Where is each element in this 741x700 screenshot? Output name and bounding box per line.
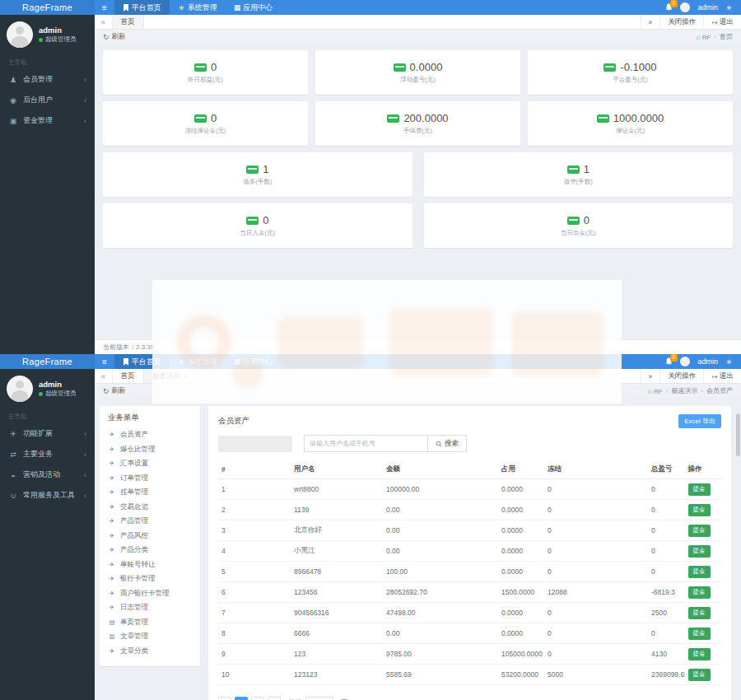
username[interactable]: admin <box>697 3 718 12</box>
avatar[interactable] <box>680 357 690 366</box>
settings-gear-icon[interactable] <box>725 4 733 12</box>
cell-occupied: 105000.0000 <box>498 644 544 665</box>
sidebar-item[interactable]: ∪ 常用服务及工具 <box>0 485 95 506</box>
business-menu-item[interactable]: ✈ 银行卡管理 <box>108 572 193 586</box>
sidebar-item[interactable]: ✈ 功能扩展 <box>0 423 95 444</box>
cell-username: wrt8800 <box>291 479 383 500</box>
tabs-back-icon[interactable]: « <box>95 369 113 383</box>
nav-system-manage[interactable]: 系统管理 <box>170 0 226 15</box>
withdraw-button[interactable]: 提金 <box>688 504 711 516</box>
menu-item-icon: ✈ <box>108 543 116 558</box>
sidebar-item-label: 主要业务 <box>23 449 79 460</box>
username[interactable]: admin <box>697 357 718 366</box>
breadcrumb-item: 会员资产 <box>706 386 733 395</box>
table-row: 8 6666 0.00 0.0000 0 0 提金 <box>218 623 721 644</box>
sidebar-item[interactable]: ♟ 会员管理 <box>0 69 95 90</box>
tab-close-icon[interactable]: × <box>184 372 188 380</box>
sidebar-item[interactable]: ⇄ 主要业务 <box>0 444 95 464</box>
withdraw-button[interactable]: 提金 <box>688 525 711 537</box>
cell-frozen: 0 <box>544 623 648 644</box>
withdraw-button[interactable]: 提金 <box>688 628 711 640</box>
refresh-button[interactable]: 刷新 <box>103 32 126 42</box>
cell-total-pnl: 2500 <box>648 603 685 623</box>
page-button-2[interactable]: 2 <box>251 697 264 700</box>
logout-button[interactable]: 退出 <box>703 15 741 29</box>
tab-home[interactable]: 首页 <box>113 15 144 29</box>
business-menu-item[interactable]: ▤ 单页管理 <box>108 615 193 630</box>
tabs-more-icon[interactable]: » <box>641 369 660 383</box>
cell-frozen: 0 <box>544 520 648 541</box>
refresh-button[interactable]: 刷新 <box>103 386 126 396</box>
page-prev-button[interactable]: « <box>218 697 231 700</box>
sidebar-item[interactable]: ◒ 营销及活动 <box>0 464 95 485</box>
notification-bell-icon[interactable]: 0 <box>665 357 673 366</box>
search-button[interactable]: 搜索 <box>427 435 467 452</box>
vertical-scrollbar[interactable] <box>736 413 740 456</box>
withdraw-button[interactable]: 提金 <box>688 566 711 578</box>
tab-bar: « 首页 极速演示× » 关闭操作 退出 <box>95 369 741 384</box>
excel-export-button[interactable]: Excel 导出 <box>678 414 721 428</box>
withdraw-button[interactable]: 提金 <box>688 648 711 660</box>
sidebar-menu: ✈ 功能扩展 ⇄ 主要业务 ◒ 营销及活动 <box>0 423 95 506</box>
withdraw-button[interactable]: 提金 <box>688 607 711 619</box>
menu-item-icon: ✈ <box>108 500 116 515</box>
withdraw-button[interactable]: 提金 <box>688 545 711 558</box>
settings-gear-icon[interactable] <box>725 358 733 366</box>
sidebar-item[interactable]: ◉ 后台用户 <box>0 90 95 110</box>
avatar[interactable] <box>680 2 690 12</box>
sidebar-user-panel: admin 超级管理员 <box>0 369 95 409</box>
app-logo[interactable]: RageFrame <box>0 0 95 15</box>
filter-select-box[interactable] <box>218 436 292 452</box>
business-menu-item[interactable]: ✈ 会员资产 <box>108 427 193 442</box>
bookmark-icon <box>123 358 129 366</box>
withdraw-button[interactable]: 提金 <box>688 669 711 681</box>
sidebar-item-icon: ◉ <box>8 96 18 105</box>
nav-system-manage[interactable]: 系统管理 <box>170 354 226 369</box>
close-operations-button[interactable]: 关闭操作 <box>659 369 703 383</box>
home-icon[interactable]: RF <box>648 387 663 395</box>
goto-page-input[interactable] <box>305 697 333 700</box>
close-operations-button[interactable]: 关闭操作 <box>659 15 703 29</box>
business-menu-item[interactable]: ✈ 爆仓比管理 <box>108 442 193 457</box>
sidebar-item[interactable]: ▣ 资金管理 <box>0 110 95 131</box>
business-menu-item[interactable]: ✈ 汇率设置 <box>108 456 193 471</box>
stat-value: -0.1000 <box>620 61 656 73</box>
business-menu-item[interactable]: ✈ 产品风控 <box>108 529 193 544</box>
sidebar-toggle-icon[interactable]: ≡ <box>95 354 114 369</box>
page-next-button[interactable]: » <box>268 697 281 700</box>
search-input[interactable] <box>304 435 427 452</box>
sidebar-avatar <box>7 21 33 48</box>
business-menu-item[interactable]: ✈ 产品管理 <box>108 514 193 529</box>
business-menu-item[interactable]: ▥ 文章管理 <box>108 629 193 644</box>
notification-bell-icon[interactable]: 0 <box>665 3 673 12</box>
tabs-back-icon[interactable]: « <box>95 15 113 29</box>
business-menu-item[interactable]: ✈ 文章分类 <box>108 644 193 659</box>
withdraw-button[interactable]: 提金 <box>688 483 711 496</box>
business-menu-item[interactable]: ✈ 挂单管理 <box>108 485 193 500</box>
stat-value: 0 <box>211 112 217 124</box>
logout-button[interactable]: 退出 <box>703 369 741 383</box>
stat-card: -0.1000 平台盈亏(元) <box>528 50 733 95</box>
withdraw-button[interactable]: 提金 <box>688 586 711 599</box>
app-logo[interactable]: RageFrame <box>0 354 95 369</box>
menu-item-label: 商户银行卡管理 <box>120 586 170 601</box>
menu-item-icon: ✈ <box>108 514 116 529</box>
table-row: 4 小黑江 0.00 0.0000 0 0 提金 <box>218 541 721 562</box>
business-menu-item[interactable]: ✈ 产品分类 <box>108 543 193 558</box>
home-icon[interactable]: RF <box>697 33 711 41</box>
business-menu-item[interactable]: ✈ 交易总览 <box>108 500 193 515</box>
nav-platform-home[interactable]: 平台首页 <box>114 354 170 369</box>
business-menu-item[interactable]: ✈ 日志管理 <box>108 600 193 615</box>
tab-speed-demo[interactable]: 极速演示× <box>144 369 197 383</box>
sidebar-toggle-icon[interactable]: ≡ <box>95 0 114 15</box>
nav-platform-home[interactable]: 平台首页 <box>114 0 170 15</box>
nav-app-center[interactable]: 应用中心 <box>226 0 282 15</box>
tabs-more-icon[interactable]: » <box>641 15 660 29</box>
page-button-1[interactable]: 1 <box>235 697 248 700</box>
business-menu-item[interactable]: ✈ 单账号转让 <box>108 558 193 572</box>
business-menu-item[interactable]: ✈ 商户银行卡管理 <box>108 586 193 601</box>
tab-home[interactable]: 首页 <box>113 369 144 383</box>
breadcrumb-item: 首页 <box>720 32 733 41</box>
nav-app-center[interactable]: 应用中心 <box>226 354 282 369</box>
business-menu-item[interactable]: ✈ 订单管理 <box>108 471 193 486</box>
